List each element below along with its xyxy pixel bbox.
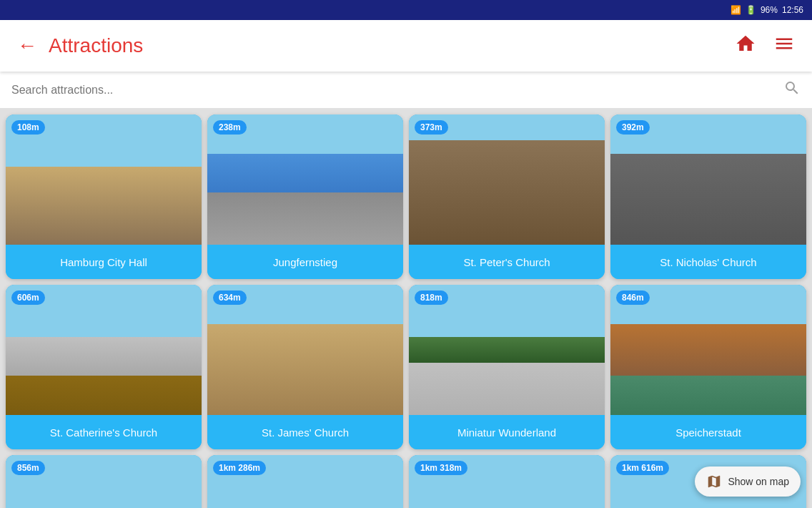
card-label-3: St. Peter's Church <box>409 245 605 279</box>
attraction-card-8[interactable]: 846m Speicherstadt <box>610 285 806 449</box>
distance-badge-5: 606m <box>11 290 45 305</box>
attractions-grid: 108m Hamburg City Hall 238m Jungfernstie… <box>0 109 812 508</box>
app-bar-actions <box>729 27 801 65</box>
menu-button[interactable] <box>768 27 801 65</box>
distance-badge-1: 108m <box>11 120 45 135</box>
card-image-1: 108m <box>6 114 202 245</box>
distance-badge-12: 1km 616m <box>616 461 669 475</box>
attraction-card-3[interactable]: 373m St. Peter's Church <box>409 114 605 279</box>
attraction-card-1[interactable]: 108m Hamburg City Hall <box>6 114 202 279</box>
attraction-card-7[interactable]: 818m Miniatur Wunderland <box>409 285 605 449</box>
card-image-10: 1km 286m <box>207 455 403 508</box>
distance-badge-2: 238m <box>213 120 247 135</box>
distance-badge-11: 1km 318m <box>415 461 467 475</box>
card-image-11: 1km 318m <box>409 455 605 508</box>
show-on-map-button[interactable]: Show on map <box>695 467 801 497</box>
card-label-7: Miniatur Wunderland <box>409 415 605 449</box>
card-image-5: 606m <box>6 285 202 415</box>
attraction-card-2[interactable]: 238m Jungfernstieg <box>207 114 403 279</box>
distance-badge-6: 634m <box>213 290 247 305</box>
app-bar: ← Attractions <box>0 20 812 72</box>
home-button[interactable] <box>729 27 762 65</box>
card-image-6: 634m <box>207 285 403 415</box>
back-button[interactable]: ← <box>11 29 43 63</box>
wifi-icon: 📶 <box>731 5 741 15</box>
status-bar: 📶 🔋 96% 12:56 <box>0 0 812 20</box>
card-label-1: Hamburg City Hall <box>6 245 202 279</box>
distance-badge-3: 373m <box>415 120 448 135</box>
search-input[interactable] <box>11 84 783 97</box>
card-image-8: 846m <box>610 285 806 415</box>
battery-level: 96% <box>761 5 778 15</box>
card-label-6: St. James' Church <box>207 415 403 449</box>
attraction-card-4[interactable]: 392m St. Nicholas' Church <box>610 114 806 279</box>
status-icons: 📶 🔋 96% 12:56 <box>731 5 803 15</box>
card-image-4: 392m <box>610 114 806 245</box>
battery-icon: 🔋 <box>746 5 756 15</box>
card-label-4: St. Nicholas' Church <box>610 245 806 279</box>
attraction-card-9[interactable]: 856m <box>6 455 202 508</box>
distance-badge-9: 856m <box>11 461 45 475</box>
distance-badge-7: 818m <box>415 290 448 305</box>
search-bar <box>0 72 812 109</box>
distance-badge-8: 846m <box>616 290 650 305</box>
distance-badge-10: 1km 286m <box>213 461 266 475</box>
card-image-2: 238m <box>207 114 403 245</box>
attraction-card-6[interactable]: 634m St. James' Church <box>207 285 403 449</box>
attraction-card-10[interactable]: 1km 286m <box>207 455 403 508</box>
card-image-7: 818m <box>409 285 605 415</box>
card-label-5: St. Catherine's Church <box>6 415 202 449</box>
clock: 12:56 <box>782 5 803 15</box>
card-label-8: Speicherstadt <box>610 415 806 449</box>
page-title: Attractions <box>49 34 729 57</box>
card-label-2: Jungfernstieg <box>207 245 403 279</box>
search-icon[interactable] <box>783 79 801 101</box>
show-on-map-label: Show on map <box>728 476 789 487</box>
card-image-9: 856m <box>6 455 202 508</box>
distance-badge-4: 392m <box>616 120 650 135</box>
attraction-card-5[interactable]: 606m St. Catherine's Church <box>6 285 202 449</box>
card-image-3: 373m <box>409 114 605 245</box>
attraction-card-11[interactable]: 1km 318m <box>409 455 605 508</box>
